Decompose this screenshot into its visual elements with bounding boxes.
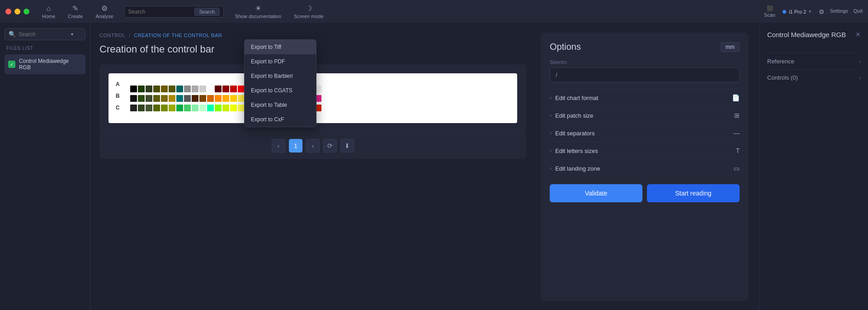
spectro-label: Spectro	[550, 59, 740, 65]
color-patch	[146, 105, 152, 111]
titlebar: ⌂ Home ✎ Create ⚙ Analyse Search ☀ Show …	[0, 0, 868, 24]
export-item-export-tiff[interactable]: Export to Tiff	[245, 40, 316, 54]
color-patch	[130, 86, 137, 92]
color-patch	[222, 105, 229, 111]
color-patch	[192, 86, 198, 92]
chevron-right-icon: ›	[859, 59, 861, 64]
sidebar-item-mediawedge[interactable]: ✓ Control Mediawedge RGB	[5, 54, 85, 74]
color-patch	[138, 95, 145, 102]
right-panel: Control Mediawedge RGB ✕ Reference›Contr…	[760, 24, 868, 310]
color-patch	[176, 105, 183, 111]
unit-badge[interactable]: mm	[721, 42, 740, 52]
right-section-controls[interactable]: Controls (0)›	[767, 69, 861, 86]
nav-docs[interactable]: ☀ Show documentation	[229, 2, 287, 21]
minimize-button[interactable]	[14, 9, 20, 14]
option-icon-edit-separators: —	[733, 129, 740, 137]
search-bar: Search	[124, 6, 224, 18]
color-patch	[238, 86, 245, 92]
color-patch	[169, 86, 175, 92]
option-row-edit-landing-zone[interactable]: ›Edit landing zone▭	[550, 159, 740, 177]
right-panel-close-button[interactable]: ✕	[855, 31, 861, 38]
color-patch	[169, 105, 175, 111]
option-label-edit-landing-zone: Edit landing zone	[555, 165, 600, 172]
right-panel-title: Control Mediawedge RGB	[767, 31, 846, 38]
current-page-button[interactable]: 1	[289, 139, 302, 153]
prev-page-button[interactable]: ‹	[272, 139, 285, 153]
options-header: Options mm	[550, 42, 740, 52]
home-icon: ⌂	[47, 5, 51, 13]
option-icon-edit-letters-sizes: T	[736, 147, 740, 154]
sidebar-item-check-icon: ✓	[8, 61, 15, 68]
right-section-reference[interactable]: Reference›	[767, 53, 861, 69]
docs-icon: ☀	[255, 4, 261, 13]
spectro-input[interactable]	[550, 67, 740, 82]
center-and-options: CONTROL / CREATION OF THE CONTROL BAR Cr…	[90, 24, 760, 310]
nav-create[interactable]: ✎ Create	[62, 2, 88, 21]
create-icon: ✎	[72, 4, 78, 13]
export-item-export-cxf[interactable]: Export to CxF	[245, 112, 316, 127]
next-page-button[interactable]: ›	[306, 139, 320, 153]
scan-button[interactable]: ⬛ Scan	[764, 5, 775, 18]
color-patch	[153, 86, 160, 92]
maximize-button[interactable]	[24, 9, 29, 14]
export-item-export-cgats[interactable]: Export to CGATS	[245, 83, 316, 98]
spectro-status-dot	[783, 10, 786, 14]
color-patch	[207, 86, 214, 92]
sidebar-search-dropdown-icon[interactable]: ▾	[71, 32, 73, 37]
settings-label[interactable]: Settings	[830, 8, 848, 15]
nav-docs-label: Show documentation	[235, 14, 281, 19]
option-icon-edit-patch-size: ⊞	[734, 112, 740, 119]
search-button[interactable]: Search	[194, 8, 220, 16]
color-patch	[153, 105, 160, 111]
close-button[interactable]	[5, 9, 11, 14]
option-row-edit-chart-format[interactable]: ›Edit chart format📄	[550, 89, 740, 106]
analyse-icon: ⚙	[101, 4, 108, 13]
start-reading-button[interactable]: Start reading	[647, 184, 740, 202]
nav-home[interactable]: ⌂ Home	[37, 3, 61, 21]
options-actions: Validate Start reading	[550, 184, 740, 202]
download-button[interactable]: ⬇	[340, 139, 354, 153]
option-row-edit-letters-sizes[interactable]: ›Edit letters sizesT	[550, 142, 740, 159]
sidebar: 🔍 ▾ FILES LIST ✓ Control Mediawedge RGB	[0, 24, 90, 310]
nav-home-label: Home	[42, 14, 55, 19]
options-title: Options	[550, 42, 581, 52]
chevron-right-icon: ›	[550, 148, 552, 154]
spectro-dropdown-icon[interactable]: ▾	[809, 9, 811, 14]
export-item-export-table[interactable]: Export to Table	[245, 98, 316, 112]
color-patch	[146, 86, 152, 92]
rotate-button[interactable]: ⟳	[323, 139, 337, 153]
export-item-export-pdf[interactable]: Export to PDF	[245, 54, 316, 69]
option-row-edit-patch-size[interactable]: ›Edit patch size⊞	[550, 106, 740, 124]
sidebar-search-bar: 🔍 ▾	[5, 28, 85, 40]
quit-label[interactable]: Quit	[854, 8, 863, 15]
option-label-edit-chart-format: Edit chart format	[555, 95, 598, 101]
color-patch	[184, 95, 191, 102]
color-patch	[215, 86, 222, 92]
color-patch	[222, 95, 229, 102]
color-patch	[138, 105, 145, 111]
export-item-export-barbieri[interactable]: Export to Barbieri	[245, 69, 316, 83]
color-patch	[230, 86, 237, 92]
color-patch	[184, 86, 191, 92]
validate-button[interactable]: Validate	[550, 184, 642, 202]
spectro-info: i1 Pro 2 ▾	[783, 9, 811, 14]
color-patch	[184, 105, 191, 111]
breadcrumb: CONTROL / CREATION OF THE CONTROL BAR	[99, 33, 526, 38]
nav-analyse[interactable]: ⚙ Analyse	[90, 2, 118, 21]
color-patch	[176, 95, 183, 102]
color-patch	[222, 86, 229, 92]
sidebar-search-input[interactable]	[19, 31, 68, 38]
color-patch	[169, 95, 175, 102]
option-row-edit-separators[interactable]: ›Edit separators—	[550, 124, 740, 142]
search-input[interactable]	[128, 9, 192, 15]
nav-screen-label: Screen mode	[294, 14, 323, 19]
chevron-right-icon: ›	[550, 165, 552, 172]
nav-screen[interactable]: ☽ Screen mode	[288, 2, 329, 21]
right-sections-container: Reference›Controls (0)›	[767, 53, 861, 86]
titlebar-right: ⬛ Scan i1 Pro 2 ▾ ⚙ Settings Quit	[764, 5, 863, 18]
chevron-right-icon: ›	[859, 75, 861, 81]
option-icon-edit-landing-zone: ▭	[734, 165, 740, 172]
options-panel: Options mm Spectro ›Edit chart format📄›E…	[541, 33, 749, 301]
color-patch	[146, 95, 152, 102]
color-patch	[138, 86, 145, 92]
